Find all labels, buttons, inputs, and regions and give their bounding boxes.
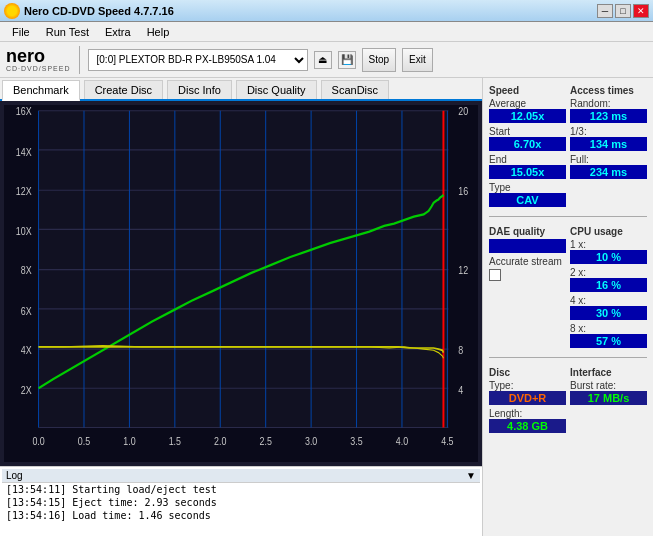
speed-column: Speed Average 12.05x Start 6.70x End 15.… (489, 82, 566, 210)
svg-text:4.5: 4.5 (441, 435, 453, 447)
svg-text:2.5: 2.5 (260, 435, 272, 447)
log-entry-1: [13:54:11] Starting load/eject test (2, 483, 480, 496)
speed-title: Speed (489, 85, 566, 96)
interface-column: Interface Burst rate: 17 MB/s (570, 364, 647, 436)
average-value: 12.05x (489, 109, 566, 123)
divider-1 (489, 216, 647, 217)
svg-text:3.5: 3.5 (350, 435, 362, 447)
svg-text:2.0: 2.0 (214, 435, 226, 447)
accurate-stream-row (489, 269, 566, 281)
random-label: Random: (570, 98, 611, 109)
svg-text:16X: 16X (16, 106, 32, 118)
log-area: Log ▼ [13:54:11] Starting load/eject tes… (0, 466, 482, 536)
log-header: Log ▼ (2, 469, 480, 483)
svg-text:20: 20 (458, 106, 468, 118)
maximize-button[interactable]: □ (615, 4, 631, 18)
main-content: Benchmark Create Disc Disc Info Disc Qua… (0, 78, 653, 536)
nero-logo-text: nero (6, 47, 45, 65)
svg-text:14X: 14X (16, 146, 32, 158)
interface-title: Interface (570, 367, 647, 378)
type-value: CAV (489, 193, 566, 207)
tab-disc-quality[interactable]: Disc Quality (236, 80, 317, 99)
right-panel: Speed Average 12.05x Start 6.70x End 15.… (483, 78, 653, 536)
drive-selector[interactable]: [0:0] PLEXTOR BD-R PX-LB950SA 1.04 (88, 49, 308, 71)
disc-type-value: DVD+R (489, 391, 566, 405)
disc-length-label: Length: (489, 408, 522, 419)
chart-area: 16X 14X 12X 10X 8X 6X 4X 2X 20 16 12 8 4… (0, 101, 482, 466)
cpu-1x-value: 10 % (570, 250, 647, 264)
svg-text:6X: 6X (21, 305, 32, 317)
log-entry-2: [13:54:15] Eject time: 2.93 seconds (2, 496, 480, 509)
svg-text:12: 12 (458, 265, 468, 277)
left-panel: Benchmark Create Disc Disc Info Disc Qua… (0, 78, 483, 536)
log-scroll-indicator: ▼ (466, 470, 476, 481)
full-value: 234 ms (570, 165, 647, 179)
accurate-stream-label: Accurate stream (489, 256, 566, 267)
cpu-1x-label: 1 x: (570, 239, 586, 250)
nero-logo: nero CD·DVD/SPEED (6, 47, 71, 72)
exit-button[interactable]: Exit (402, 48, 433, 72)
cpu-2x-label: 2 x: (570, 267, 586, 278)
log-content[interactable]: [13:54:11] Starting load/eject test [13:… (2, 483, 480, 530)
start-value: 6.70x (489, 137, 566, 151)
svg-text:4: 4 (458, 384, 464, 396)
end-value: 15.05x (489, 165, 566, 179)
svg-text:1.5: 1.5 (169, 435, 181, 447)
disc-length-value: 4.38 GB (489, 419, 566, 433)
tab-bar: Benchmark Create Disc Disc Info Disc Qua… (0, 78, 482, 101)
cpu-8x-value: 57 % (570, 334, 647, 348)
disc-interface-section: Disc Type: DVD+R Length: 4.38 GB Interfa… (489, 364, 647, 436)
menu-run-test[interactable]: Run Test (38, 24, 97, 40)
minimize-button[interactable]: ─ (597, 4, 613, 18)
menu-bar: File Run Test Extra Help (0, 22, 653, 42)
tab-benchmark[interactable]: Benchmark (2, 80, 80, 101)
toolbar-divider (79, 46, 80, 74)
cpu-4x-label: 4 x: (570, 295, 586, 306)
svg-text:8: 8 (458, 344, 463, 356)
svg-text:4.0: 4.0 (396, 435, 408, 447)
cpu-2x-value: 16 % (570, 278, 647, 292)
menu-file[interactable]: File (4, 24, 38, 40)
svg-text:0.5: 0.5 (78, 435, 90, 447)
dae-title: DAE quality (489, 226, 566, 237)
end-label: End (489, 154, 507, 165)
svg-text:8X: 8X (21, 265, 32, 277)
tab-scan-disc[interactable]: ScanDisc (321, 80, 389, 99)
dae-value (489, 239, 566, 253)
accurate-stream-checkbox[interactable] (489, 269, 501, 281)
svg-text:3.0: 3.0 (305, 435, 317, 447)
cpu-title: CPU usage (570, 226, 647, 237)
one-third-value: 134 ms (570, 137, 647, 151)
cpu-8x-label: 8 x: (570, 323, 586, 334)
menu-extra[interactable]: Extra (97, 24, 139, 40)
svg-rect-1 (39, 111, 449, 428)
eject-icon[interactable]: ⏏ (314, 51, 332, 69)
svg-text:2X: 2X (21, 384, 32, 396)
benchmark-chart: 16X 14X 12X 10X 8X 6X 4X 2X 20 16 12 8 4… (4, 105, 478, 462)
dae-column: DAE quality Accurate stream (489, 223, 566, 351)
disc-title: Disc (489, 367, 566, 378)
close-button[interactable]: ✕ (633, 4, 649, 18)
tab-disc-info[interactable]: Disc Info (167, 80, 232, 99)
svg-text:1.0: 1.0 (123, 435, 135, 447)
svg-text:0.0: 0.0 (32, 435, 44, 447)
save-icon[interactable]: 💾 (338, 51, 356, 69)
one-third-label: 1/3: (570, 126, 587, 137)
full-label: Full: (570, 154, 589, 165)
start-label: Start (489, 126, 510, 137)
disc-type-label: Type: (489, 380, 513, 391)
disc-column: Disc Type: DVD+R Length: 4.38 GB (489, 364, 566, 436)
access-times-column: Access times Random: 123 ms 1/3: 134 ms … (570, 82, 647, 210)
log-title: Log (6, 470, 23, 481)
svg-text:10X: 10X (16, 225, 32, 237)
tab-create-disc[interactable]: Create Disc (84, 80, 163, 99)
speed-access-section: Speed Average 12.05x Start 6.70x End 15.… (489, 82, 647, 210)
svg-text:12X: 12X (16, 185, 32, 197)
stop-button[interactable]: Stop (362, 48, 397, 72)
access-times-title: Access times (570, 85, 647, 96)
nero-logo-sub: CD·DVD/SPEED (6, 65, 71, 72)
menu-help[interactable]: Help (139, 24, 178, 40)
log-entry-3: [13:54:16] Load time: 1.46 seconds (2, 509, 480, 522)
window-controls: ─ □ ✕ (597, 4, 649, 18)
svg-text:4X: 4X (21, 344, 32, 356)
